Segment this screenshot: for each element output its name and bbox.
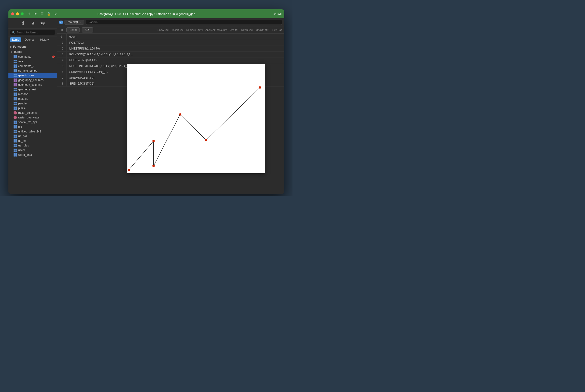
refresh-button[interactable]: ↻: [53, 12, 58, 16]
titlebar: ℹ 👁 ☰ 🔒 ↻ PostgreSQL 11.0 : SSH : MemeGo…: [9, 9, 284, 18]
table-item-geography-columns[interactable]: geography_columns: [9, 78, 57, 82]
table-row[interactable]: 3POLYGON((0 0,4 0,4 4,0 4,0 0),(1 1,2 1,…: [57, 52, 284, 58]
table-item-public[interactable]: public: [9, 106, 57, 110]
table-item-comments[interactable]: comments 📌: [9, 54, 57, 59]
list-icon[interactable]: ☰: [40, 12, 44, 16]
geo-point-5: [205, 139, 207, 141]
database-icon[interactable]: 🗄: [20, 20, 25, 26]
table-icon: [14, 148, 17, 152]
sidebar-section-tables: ▼ Tables comments 📌 aaa comment: [9, 49, 57, 157]
pattern-input[interactable]: [86, 20, 282, 25]
table-name: comments: [18, 55, 31, 58]
table-item-us-rules[interactable]: us_rules: [9, 143, 57, 148]
table-name: raster_columns: [18, 111, 38, 114]
table-name: spatial_ref_sys: [18, 120, 37, 124]
filter-row2: ⚙ Unset SQL Show: ⌘F Insert: ⌘I Remove: …: [57, 26, 284, 34]
table-item-aaa[interactable]: aaa: [9, 59, 57, 64]
functions-header[interactable]: ▶ Functions: [9, 44, 57, 49]
filter-checkbox[interactable]: [59, 20, 63, 24]
table-item-mutuals[interactable]: mutuals: [9, 96, 57, 101]
table-name: geometry_test: [18, 88, 36, 91]
table-item-geometry-test[interactable]: geometry_test: [9, 87, 57, 92]
table-name: wierd_data: [18, 153, 32, 156]
close-button[interactable]: [11, 12, 14, 16]
table-name: cv_time_period: [18, 69, 37, 72]
server-icon[interactable]: 🖥: [30, 20, 36, 26]
settings-icon[interactable]: ⚙: [59, 27, 65, 32]
sql-icon[interactable]: SQL: [40, 20, 46, 26]
bandwidth-display: 24 B/s: [273, 12, 281, 16]
table-name: mutuals: [18, 97, 28, 100]
table-icon: [14, 60, 17, 63]
table-row[interactable]: 4MULTIPOINT(0 0,1 2): [57, 58, 284, 63]
table-item-people[interactable]: people: [9, 101, 57, 106]
tab-queries[interactable]: Queries: [22, 38, 37, 42]
table-item-users[interactable]: users: [9, 148, 57, 152]
table-name: people: [18, 102, 27, 105]
table-item-wierd-data[interactable]: wierd_data: [9, 152, 57, 157]
table-name: massive: [18, 92, 29, 96]
table-icon: [14, 125, 17, 128]
table-icon: [14, 55, 17, 58]
table-item-massive[interactable]: massive: [9, 92, 57, 96]
table-icon: [14, 153, 17, 156]
cell-geom: POINT(0 1): [66, 40, 284, 46]
info-icon[interactable]: ℹ: [27, 12, 31, 16]
table-icon: [14, 102, 17, 105]
table-item-spatial-ref-sys[interactable]: spatial_ref_sys: [9, 120, 57, 124]
table-icon: [14, 74, 17, 77]
search-input[interactable]: [17, 31, 53, 34]
table-row[interactable]: 2LINESTRING(2 1,60 70): [57, 46, 284, 52]
table-icon: [14, 106, 17, 110]
table-icon: [14, 120, 17, 124]
table-item-generic-geo[interactable]: generic_geo: [9, 73, 57, 78]
shortcut-up: Up: ⌘↑: [230, 28, 238, 32]
table-item-comments-2[interactable]: comments_2: [9, 64, 57, 68]
cell-id: 8: [57, 81, 66, 87]
table-icon: [14, 134, 17, 138]
eye-icon[interactable]: 👁: [34, 12, 38, 16]
main-window: ℹ 👁 ☰ 🔒 ↻ PostgreSQL 11.0 : SSH : MemeGo…: [9, 9, 284, 194]
minimize-button[interactable]: [16, 12, 19, 16]
table-name: comments_2: [18, 64, 34, 68]
tab-history[interactable]: History: [38, 38, 51, 42]
table-name: us_gaz: [18, 134, 27, 138]
table-item-us-gaz[interactable]: us_gaz: [9, 134, 57, 138]
table-item-untitled-table-241[interactable]: untitled_table_241: [9, 129, 57, 134]
sql-button[interactable]: SQL: [82, 27, 93, 32]
titlebar-icons: ℹ 👁 ☰ 🔒: [27, 12, 51, 16]
lock-icon[interactable]: 🔒: [47, 12, 51, 16]
mode-dropdown[interactable]: Raw SQL ⌄: [65, 20, 84, 25]
table-name: us_lex: [18, 139, 27, 142]
cell-id: 3: [57, 52, 66, 58]
sidebar-section-functions: ▶ Functions: [9, 44, 57, 49]
col-id[interactable]: id: [57, 34, 66, 40]
traffic-lights: [11, 12, 24, 16]
table-icon: [14, 64, 17, 68]
table-item-raster-overviews[interactable]: raster_overviews: [9, 115, 57, 120]
shortcut-apply: Apply All: ⌘Return: [205, 28, 227, 32]
table-item-geometry-columns[interactable]: geometry_columns: [9, 82, 57, 87]
table-item-tb1[interactable]: tb1: [9, 124, 57, 129]
table-item-cv-time-period[interactable]: cv_time_period: [9, 68, 57, 73]
sidebar-tabs: Items Queries History: [9, 36, 57, 43]
table-name: untitled_table_241: [18, 130, 41, 133]
table-item-us-lex[interactable]: us_lex: [9, 138, 57, 143]
unset-button[interactable]: Unset: [66, 27, 80, 32]
tables-header[interactable]: ▼ Tables: [9, 49, 57, 54]
cell-id: 7: [57, 75, 66, 81]
table-item-raster-columns[interactable]: raster_columns: [9, 110, 57, 115]
sidebar-content: ▶ Functions ▼ Tables comments 📌: [9, 43, 57, 194]
fullscreen-button[interactable]: [21, 12, 24, 16]
shortcut-hints: Show: ⌘F Insert: ⌘I Remove: ⌘⇧I Apply Al…: [158, 28, 282, 32]
table-row[interactable]: 1POINT(0 1): [57, 40, 284, 46]
geo-point-3: [152, 165, 155, 167]
functions-arrow: ▶: [10, 46, 12, 48]
shortcut-remove: Remove: ⌘⇧I: [186, 28, 203, 32]
tab-items[interactable]: Items: [10, 38, 21, 42]
table-name: tb1: [18, 125, 22, 128]
sidebar-search[interactable]: 🔍: [9, 29, 57, 36]
window-title: PostgreSQL 11.0 : SSH : MemeGoo copy : k…: [98, 12, 195, 16]
col-geom[interactable]: geom: [66, 34, 284, 40]
view-icon: [14, 83, 17, 86]
